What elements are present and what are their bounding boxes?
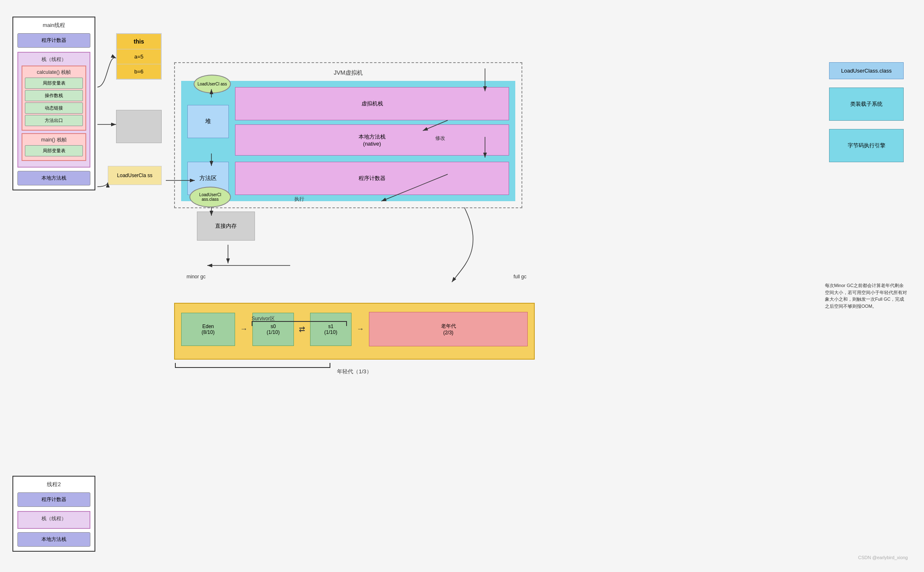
old-gen-box: 老年代(2/3) [369,312,528,346]
thread2-pc: 程序计数器 [17,492,90,507]
arrow-s1-old: → [356,325,365,333]
runtime-row1: 堆 虚拟机栈 本地方法栈(native) [187,87,509,156]
s1-box: s1(1/10) [310,313,352,346]
modify-label: 修改 [435,135,445,142]
empty-placeholder [116,110,162,143]
thread2-native: 本地方法栈 [17,532,90,547]
main-stack-section: 栈（线程） calculate() 栈帧 局部变量表 操作数栈 动态链接 方法出… [17,52,90,168]
main-pc-box: 程序计数器 [17,33,90,48]
young-brace [175,363,330,368]
main-frame-title: main() 栈帧 [25,136,83,144]
dynamic-link: 动态链接 [25,102,83,114]
direct-memory-box: 直接内存 [197,212,255,241]
load-ellipse-top: LoadUserCl ass [194,75,231,93]
survivor-area-label: Survivor区 [252,315,275,322]
eden-box: Eden(8/10) [181,313,235,346]
this-item: this [116,34,161,49]
runtime-row2: 方法区 程序计数器 [187,162,509,195]
runtime-data-area: LoadUserCl ass 堆 虚拟机栈 本地方法栈(native) 方法区 … [181,81,515,201]
heap-box: 堆 [187,105,229,138]
load-class-top-box: LoadUserClass.class [829,62,904,79]
jvm-area: JVM虚拟机 LoadUserCl ass 堆 虚拟机栈 本地方法栈(nativ… [174,62,522,208]
stack-frame-items: this a=5 b=6 [116,33,162,80]
native-stack-box: 本地方法栈(native) [235,124,509,156]
operand-stack: 操作数栈 [25,90,83,101]
watermark: CSDN @earlybird_xiong [858,555,908,560]
diagram-container: main线程 程序计数器 栈（线程） calculate() 栈帧 局部变量表 … [8,8,912,564]
old-gen-label: 老年代(2/3) [441,323,456,336]
load-ellipse-bottom-label: LoadUserClass.class [199,192,221,202]
young-gen-container: Survivor区 Eden(8/10) → s0(1/10) ⇄ s1(1/1… [174,303,535,360]
main-thread-title: main线程 [17,22,90,29]
execute-label: 执行 [294,196,304,203]
main-stack-title: 栈（线程） [22,56,86,63]
virtual-stack-label: 虚拟机栈 [361,100,383,107]
program-counter-box: 程序计数器 [235,162,509,195]
main-thread-box: main线程 程序计数器 栈（线程） calculate() 栈帧 局部变量表 … [12,17,95,190]
full-gc-label: full gc [514,274,526,280]
gc-section: minor gc full gc Survivor区 Eden(8/10) → … [174,261,535,375]
local-vars-2: 局部变量表 [25,145,83,156]
virtual-stack-box: 虚拟机栈 [235,87,509,120]
right-section: LoadUserClass.class 类装载子系统 字节码执行引擎 [829,62,904,162]
b-item: b=6 [116,64,161,79]
main-frame: main() 栈帧 局部变量表 [22,133,86,161]
method-exit: 方法出口 [25,115,83,126]
a-item: a=5 [116,49,161,64]
thread2-stack-title: 栈（线程） [22,515,86,522]
thread2-title: 线程2 [17,481,90,488]
jvm-title: JVM虚拟机 [181,69,515,77]
load-ellipse-bottom: LoadUserClass.class [189,187,231,207]
thread2-stack: 栈（线程） [17,511,90,529]
local-vars-1: 局部变量表 [25,78,83,89]
native-stack-label: 本地方法栈(native) [359,134,386,147]
class-loader-box: 类装载子系统 [829,88,904,121]
thread2-box: 线程2 程序计数器 栈（线程） 本地方法栈 [12,476,95,552]
arrow-eden-s0: → [239,325,248,333]
native-method-main: 本地方法栈 [17,171,90,185]
calculate-frame-title: calculate() 栈帧 [25,69,83,76]
load-class-mid-box: LoadUserCla ss [108,166,162,185]
young-gen-label: 年轻代（1/3） [174,368,535,375]
load-ellipse-top-label: LoadUserCl ass [197,82,227,86]
calculate-frame: calculate() 栈帧 局部变量表 操作数栈 动态链接 方法出口 [22,66,86,131]
note-text: 每次Minor GC之前都会计算老年代剩余空间大小，若可用空间小于年轻代所有对象… [825,282,908,309]
load-class-mid-label: LoadUserCla ss [117,173,152,178]
minor-gc-label: minor gc [187,274,206,280]
eden-label: Eden(8/10) [201,324,214,335]
bytecode-box: 字节码执行引擎 [829,129,904,162]
